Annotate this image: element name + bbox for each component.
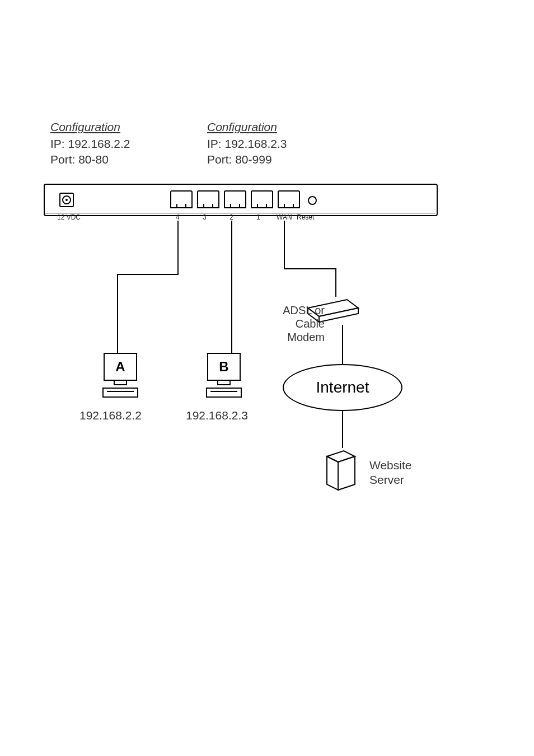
- computer-a-letter: A: [115, 359, 125, 375]
- port3-label: 3: [203, 213, 207, 221]
- power-jack-icon: [59, 193, 74, 207]
- computer-b-monitor: B: [207, 353, 241, 381]
- modem-label-1: ADSL or: [283, 304, 325, 316]
- wan-label: WAN: [277, 213, 292, 221]
- wan-port: [278, 190, 300, 208]
- computer-b-stand: [217, 381, 231, 385]
- computer-a: A: [98, 353, 143, 398]
- server-label-1: Website: [369, 459, 411, 472]
- wiring-diagram: [0, 0, 534, 756]
- computer-a-stand: [114, 381, 127, 385]
- reset-button-icon: [308, 196, 317, 205]
- modem-label: ADSL or Cable Modem: [257, 304, 325, 344]
- computer-b-keyboard-icon: [206, 388, 242, 398]
- config-b-port: Port: 80-999: [207, 152, 353, 167]
- power-label: 12 VDC: [57, 213, 81, 221]
- website-server: [321, 445, 360, 498]
- svg-marker-4: [327, 456, 338, 490]
- server-label-2: Server: [369, 473, 404, 486]
- computer-b-ip: 192.168.2.3: [186, 409, 248, 422]
- config-block-a: Configuration IP: 192.168.2.2 Port: 80-8…: [50, 120, 196, 168]
- svg-marker-5: [338, 456, 355, 490]
- config-a-ip: IP: 192.168.2.2: [50, 136, 196, 152]
- reset-label: Reset: [297, 213, 314, 221]
- internet-cloud: Internet: [283, 364, 402, 411]
- computer-a-monitor: A: [104, 353, 137, 381]
- port1-label: 1: [256, 213, 260, 221]
- computer-a-keyboard-icon: [102, 388, 138, 398]
- lan-port-3: [197, 190, 219, 208]
- port4-label: 4: [176, 213, 180, 221]
- network-diagram: Configuration IP: 192.168.2.2 Port: 80-8…: [0, 0, 534, 756]
- computer-b-letter: B: [219, 359, 228, 375]
- router-inner: [47, 187, 434, 213]
- config-block-b: Configuration IP: 192.168.2.3 Port: 80-9…: [207, 120, 353, 168]
- lan-port-4: [170, 190, 193, 208]
- internet-label: Internet: [316, 379, 369, 396]
- modem-label-2: Cable Modem: [287, 318, 325, 343]
- config-b-title: Configuration: [207, 120, 353, 134]
- computer-b: B: [202, 353, 246, 398]
- config-b-ip: IP: 192.168.2.3: [207, 136, 353, 152]
- config-a-title: Configuration: [50, 120, 196, 134]
- port2-label: 2: [229, 213, 233, 221]
- lan-port-1: [251, 190, 273, 208]
- router-device: [44, 184, 438, 216]
- lan-port-2: [224, 190, 246, 208]
- router-labels: 12 VDC 4 3 2 1 WAN Reset: [44, 213, 435, 225]
- config-a-port: Port: 80-80: [50, 152, 196, 167]
- computer-a-ip: 192.168.2.2: [79, 409, 142, 422]
- server-icon: [321, 445, 360, 496]
- server-label: Website Server: [369, 458, 411, 488]
